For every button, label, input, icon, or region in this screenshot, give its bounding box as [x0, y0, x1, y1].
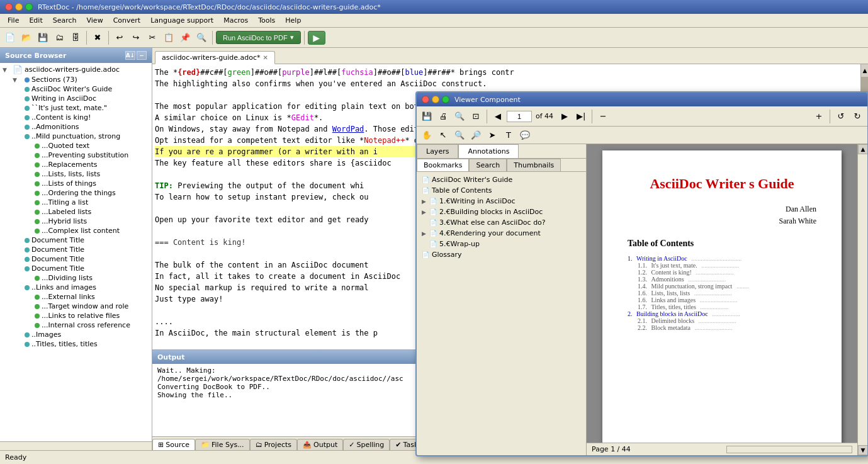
viewer-zoom-in-button[interactable]: +: [811, 109, 826, 124]
scroll-down-button[interactable]: ▼: [858, 445, 867, 455]
tab-filesys[interactable]: 📁 File Sys...: [195, 439, 250, 450]
tree-arrow-icon[interactable]: ▶: [422, 209, 429, 215]
list-item[interactable]: ..Titles, titles, titles: [1, 339, 150, 349]
close-button-tb[interactable]: ✖: [90, 30, 105, 45]
sort-az-button[interactable]: A↓: [125, 51, 135, 60]
menu-help[interactable]: Help: [280, 15, 306, 26]
open-folder-button[interactable]: 🗄: [68, 30, 83, 45]
list-item[interactable]: ..Links and images: [1, 283, 150, 292]
list-item[interactable]: Document Title: [1, 254, 150, 264]
viewer-print-icon[interactable]: 🖨: [436, 109, 451, 124]
save-all-button[interactable]: 🗂: [52, 30, 67, 45]
bookmarks-tab[interactable]: Bookmarks: [417, 159, 469, 171]
hand-tool-icon[interactable]: ✋: [419, 128, 434, 143]
list-item[interactable]: ..Admonitions: [1, 122, 150, 132]
viewer-rotate-right-icon[interactable]: ↻: [850, 109, 865, 124]
tab-output[interactable]: 📤 Output: [297, 439, 343, 450]
list-item[interactable]: 📄 Table of Contents: [419, 185, 583, 196]
pdf-area[interactable]: AsciiDoc Writer s Guide Dan Allen Sarah …: [587, 144, 857, 443]
menu-language-support[interactable]: Language support: [145, 15, 218, 26]
list-item[interactable]: Document Title: [1, 264, 150, 273]
tab-source[interactable]: ⊞ Source: [152, 439, 195, 450]
thumbnails-tab[interactable]: Thumbnails: [507, 159, 561, 171]
list-item[interactable]: 📄 3.€What else can AsciiDoc do?: [419, 217, 583, 228]
undo-button[interactable]: ↩: [112, 30, 127, 45]
list-item[interactable]: ``It's just text, mate.": [1, 103, 150, 113]
list-item[interactable]: Document Title: [1, 235, 150, 245]
collapse-button[interactable]: −: [137, 51, 147, 60]
menu-tools[interactable]: Tools: [253, 15, 280, 26]
menu-file[interactable]: File: [3, 15, 24, 26]
zoom-in-tool-icon[interactable]: 🔍: [452, 128, 467, 143]
tree-toggle-icon[interactable]: ▼: [3, 67, 13, 73]
list-item[interactable]: Writing in AsciiDoc: [1, 94, 150, 103]
tree-arrow-icon[interactable]: ▶: [422, 198, 429, 205]
viewer-close-button[interactable]: [422, 96, 429, 103]
list-item[interactable]: ...External links: [1, 292, 150, 302]
arrow-tool-icon[interactable]: ➤: [485, 128, 500, 143]
list-item[interactable]: ...Lists of things: [1, 179, 150, 188]
list-item[interactable]: ...Titling a list: [1, 198, 150, 207]
list-item[interactable]: ...Links to relative files: [1, 311, 150, 320]
scroll-up-button[interactable]: ▲: [858, 144, 867, 154]
new-file-button[interactable]: 📄: [3, 30, 18, 45]
list-item[interactable]: ...Preventing substitution: [1, 150, 150, 160]
open-file-button[interactable]: 📂: [19, 30, 34, 45]
list-item[interactable]: ...Replacements: [1, 160, 150, 169]
viewer-zoom-icon[interactable]: 🔍: [452, 109, 467, 124]
tab-close-icon[interactable]: ✕: [263, 54, 268, 61]
tree-sections-node[interactable]: ▼ Sections (73): [1, 75, 150, 84]
annotations-tab[interactable]: Annotations: [458, 144, 519, 158]
viewer-max-button[interactable]: [442, 96, 449, 103]
page-input[interactable]: [507, 111, 532, 122]
list-item[interactable]: ▶ 📄 2.€Building blocks in AsciiDoc: [419, 207, 583, 217]
window-controls[interactable]: [5, 3, 33, 11]
minimize-button[interactable]: [15, 3, 23, 11]
viewer-save-icon[interactable]: 💾: [419, 109, 434, 124]
menu-edit[interactable]: Edit: [24, 15, 47, 26]
viewer-fit-icon[interactable]: ⊡: [468, 109, 483, 124]
cut-button[interactable]: ✂: [145, 30, 160, 45]
viewer-zoom-out-button[interactable]: −: [595, 109, 611, 124]
play-button[interactable]: ▶: [308, 31, 325, 45]
list-item[interactable]: ...Complex list content: [1, 226, 150, 235]
viewer-rotate-left-icon[interactable]: ↺: [833, 109, 848, 124]
list-item[interactable]: 📄 Glossary: [419, 249, 583, 260]
list-item[interactable]: ...Quoted text: [1, 141, 150, 150]
list-item[interactable]: ▶ 📄 4.€Rendering your document: [419, 228, 583, 239]
list-item[interactable]: ..Content is king!: [1, 113, 150, 122]
list-item[interactable]: ...Target window and role: [1, 302, 150, 311]
viewer-vscrollbar[interactable]: ▲ ▼: [857, 144, 867, 455]
maximize-button[interactable]: [25, 3, 33, 11]
layers-tab[interactable]: Layers: [417, 144, 458, 158]
redo-button[interactable]: ↪: [128, 30, 144, 45]
list-item[interactable]: 📄 AsciiDoc Writer's Guide: [419, 174, 583, 185]
tab-spelling[interactable]: ✓ Spelling: [343, 439, 390, 450]
list-item[interactable]: ...Dividing lists: [1, 273, 150, 283]
source-browser-hscroll[interactable]: [0, 441, 152, 450]
viewer-prev-button[interactable]: ◀: [490, 109, 505, 124]
find-button[interactable]: 🔍: [194, 30, 209, 45]
list-item[interactable]: ..Images: [1, 330, 150, 339]
menu-convert[interactable]: Convert: [108, 15, 146, 26]
list-item[interactable]: ..Mild punctuation, strong: [1, 132, 150, 141]
list-item[interactable]: ...Internal cross reference: [1, 320, 150, 330]
copy-button[interactable]: 📋: [161, 30, 176, 45]
note-tool-icon[interactable]: 💬: [517, 128, 533, 143]
run-asciidoc-button[interactable]: Run AsciiDoc to PDF ▾: [216, 31, 301, 44]
list-item[interactable]: ...Labeled lists: [1, 207, 150, 217]
editor-tab[interactable]: asciidoc-writers-guide.adoc* ✕: [155, 51, 275, 64]
search-tab[interactable]: Search: [469, 159, 507, 171]
viewer-last-button[interactable]: ▶|: [573, 109, 589, 124]
save-button[interactable]: 💾: [35, 30, 50, 45]
sections-toggle-icon[interactable]: ▼: [13, 77, 23, 83]
scroll-track[interactable]: [858, 154, 867, 445]
tree-arrow-icon[interactable]: ▶: [422, 230, 429, 237]
menu-search[interactable]: Search: [48, 15, 82, 26]
list-item[interactable]: Document Title: [1, 245, 150, 254]
list-item[interactable]: AsciiDoc Writer's Guide: [1, 84, 150, 94]
close-button[interactable]: [5, 3, 13, 11]
menu-view[interactable]: View: [82, 15, 108, 26]
paste-button[interactable]: 📌: [178, 30, 193, 45]
list-item[interactable]: 📄 5.€Wrap-up: [419, 239, 583, 249]
